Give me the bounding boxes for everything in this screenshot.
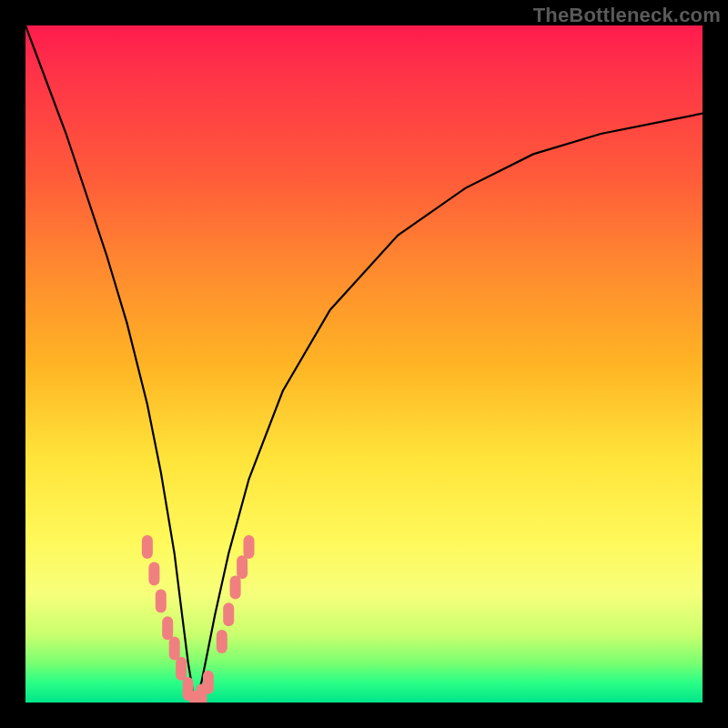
curve-marker [162, 616, 173, 640]
curve-marker [230, 576, 241, 600]
watermark-text: TheBottleneck.com [533, 4, 721, 27]
curve-marker [203, 671, 214, 694]
curve-marker [217, 630, 228, 653]
curve-marker [148, 562, 159, 586]
bottleneck-curve [25, 25, 703, 703]
curve-marker [142, 535, 153, 559]
curve-marker [176, 657, 187, 681]
curve-marker [223, 602, 234, 626]
curve-layer [25, 25, 703, 703]
curve-marker [244, 535, 255, 559]
plot-area [25, 25, 703, 703]
chart-frame: TheBottleneck.com [0, 0, 728, 728]
curve-marker [237, 555, 248, 579]
marker-group [142, 535, 255, 703]
curve-marker [156, 589, 167, 612]
curve-marker [169, 637, 180, 661]
